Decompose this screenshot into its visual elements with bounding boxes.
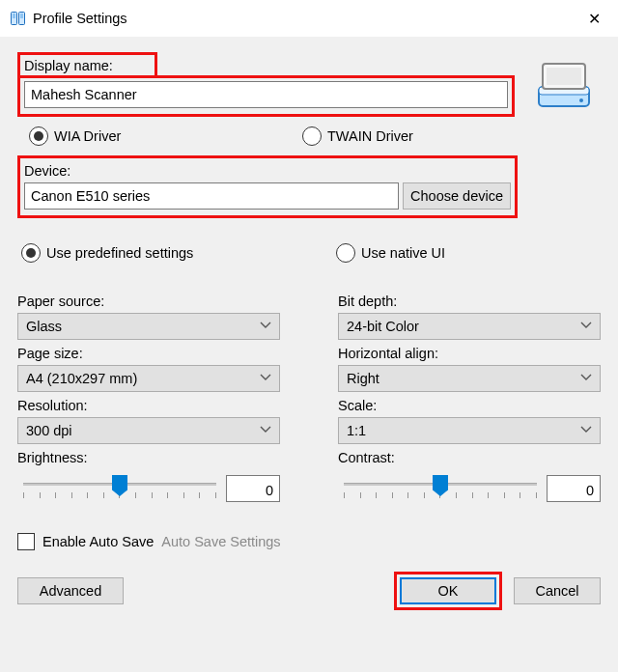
resolution-value: 300 dpi: [26, 423, 72, 438]
page-size-select[interactable]: A4 (210x297 mm): [17, 365, 280, 392]
paper-source-select[interactable]: Glass: [17, 313, 280, 340]
chevron-down-icon: [580, 372, 592, 383]
choose-device-button[interactable]: Choose device: [403, 182, 511, 210]
twain-driver-label: TWAIN Driver: [327, 128, 413, 144]
chevron-down-icon: [580, 424, 592, 435]
ok-button[interactable]: OK: [400, 577, 496, 604]
title-bar: Profile Settings ✕: [0, 0, 618, 37]
window-title: Profile Settings: [33, 11, 127, 26]
highlight-display-name-field: [17, 75, 515, 117]
horizontal-align-value: Right: [347, 371, 379, 386]
contrast-value-input[interactable]: [547, 475, 601, 502]
bit-depth-label: Bit depth:: [338, 294, 601, 309]
resolution-label: Resolution:: [17, 398, 280, 413]
scale-select[interactable]: 1:1: [338, 417, 601, 444]
svg-rect-3: [20, 14, 23, 18]
scale-label: Scale:: [338, 398, 601, 413]
scale-value: 1:1: [347, 423, 366, 438]
bit-depth-select[interactable]: 24-bit Color: [338, 313, 601, 340]
native-ui-radio[interactable]: [336, 243, 355, 263]
contrast-slider[interactable]: [338, 471, 543, 506]
wia-driver-label: WIA Driver: [54, 128, 121, 144]
predefined-settings-label: Use predefined settings: [46, 245, 193, 261]
chevron-down-icon: [260, 424, 271, 435]
horizontal-align-select[interactable]: Right: [338, 365, 601, 392]
horizontal-align-label: Horizontal align:: [338, 346, 601, 361]
page-size-value: A4 (210x297 mm): [26, 371, 137, 386]
wia-driver-radio[interactable]: [29, 126, 48, 146]
auto-save-settings-link: Auto Save Settings: [161, 534, 280, 549]
brightness-value-input[interactable]: [226, 475, 280, 502]
enable-auto-save-checkbox[interactable]: [17, 533, 35, 550]
paper-source-value: Glass: [26, 319, 62, 334]
svg-rect-2: [13, 14, 15, 18]
chevron-down-icon: [580, 320, 592, 331]
brightness-label: Brightness:: [17, 450, 280, 465]
cancel-button[interactable]: Cancel: [514, 577, 601, 604]
svg-point-8: [579, 98, 583, 102]
paper-source-label: Paper source:: [17, 294, 280, 309]
chevron-down-icon: [260, 372, 271, 383]
chevron-down-icon: [260, 320, 271, 331]
advanced-button[interactable]: Advanced: [17, 577, 124, 604]
page-size-label: Page size:: [17, 346, 280, 361]
display-name-label: Display name:: [24, 58, 151, 73]
brightness-slider[interactable]: [17, 471, 222, 506]
twain-driver-radio[interactable]: [302, 126, 322, 146]
highlight-ok: OK: [394, 572, 502, 610]
dialog-body: Display name: WIA Driver TWAIN Driver De…: [0, 37, 618, 672]
resolution-select[interactable]: 300 dpi: [17, 417, 280, 444]
device-label: Device:: [24, 163, 511, 179]
predefined-settings-radio[interactable]: [21, 243, 41, 263]
scanner-icon: [533, 54, 595, 116]
enable-auto-save-label: Enable Auto Save: [42, 534, 154, 549]
bit-depth-value: 24-bit Color: [347, 319, 419, 334]
native-ui-label: Use native UI: [361, 245, 445, 261]
app-icon: [10, 10, 27, 27]
contrast-label: Contrast:: [338, 450, 601, 465]
display-name-input[interactable]: [24, 81, 508, 108]
close-icon: ✕: [588, 10, 601, 28]
highlight-device: Device: Choose device: [17, 155, 518, 218]
device-field[interactable]: [24, 182, 399, 210]
highlight-display-name-label: Display name:: [17, 52, 157, 78]
close-button[interactable]: ✕: [570, 0, 618, 37]
svg-rect-7: [547, 68, 581, 85]
